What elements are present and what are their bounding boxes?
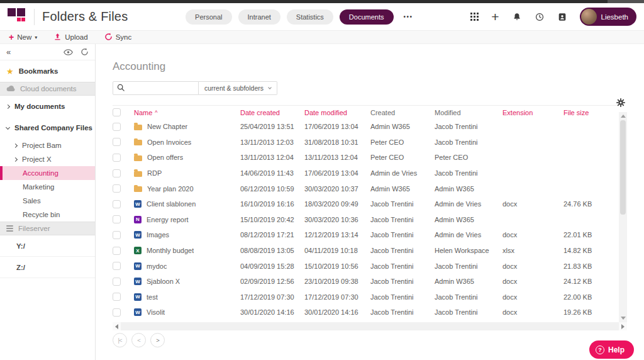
sync-button[interactable]: Sync (104, 33, 132, 42)
cell-file-size: 21.83 KB (564, 262, 619, 270)
table-row[interactable]: Year plan 202006/12/2019 10:5930/03/2020… (113, 181, 619, 196)
upload-button[interactable]: Upload (53, 33, 87, 42)
search-icon (117, 82, 125, 94)
app-launcher-icon[interactable] (470, 13, 479, 21)
sidebar-item-z[interactable]: Z:/ (0, 257, 95, 278)
cell-date-modified: 30/03/2020 10:36 (304, 216, 370, 223)
cell-modified-by: Admin W365 (435, 216, 502, 223)
table-row[interactable]: mydoc04/09/2019 15:2815/10/2019 10:56Jac… (113, 258, 619, 274)
recent-clock-icon[interactable] (535, 12, 545, 22)
notifications-bell-icon[interactable] (512, 12, 522, 22)
column-header-name[interactable]: Name^ (134, 109, 240, 116)
table-row[interactable]: Open offers13/11/2013 12:0413/11/2013 12… (113, 150, 619, 166)
sidebar-item-my-documents[interactable]: My documents (0, 96, 95, 117)
nav-pill-documents[interactable]: Documents (340, 9, 394, 25)
eye-icon[interactable] (64, 49, 73, 55)
sort-ascending-icon: ^ (155, 110, 157, 116)
table-row[interactable]: Monthly budget08/08/2019 13:0504/11/2019… (113, 243, 619, 259)
column-header-file-size[interactable]: File size (564, 109, 619, 116)
row-checkbox[interactable] (113, 200, 121, 208)
sidebar-item-shared-company-files[interactable]: Shared Company Files (0, 117, 95, 138)
cell-created-by: Jacob Trentini (370, 278, 435, 285)
sidebar-item-marketing[interactable]: Marketing (0, 180, 95, 194)
table-row[interactable]: New Chapter25/04/2019 13:5117/06/2019 13… (113, 119, 619, 135)
sidebar-item-accounting[interactable]: Accounting (0, 166, 95, 180)
column-header-date-modified[interactable]: Date modified (304, 109, 370, 116)
row-checkbox[interactable] (113, 184, 121, 193)
nav-pill-intranet[interactable]: Intranet (238, 9, 280, 25)
row-checkbox[interactable] (113, 278, 121, 286)
header-icons: + Liesbeth (470, 8, 636, 26)
user-name: Liesbeth (601, 13, 628, 21)
vertical-scroll-thumb[interactable] (620, 120, 626, 215)
table-row[interactable]: test17/12/2019 07:3017/12/2019 07:30Jaco… (113, 290, 619, 305)
scroll-down-arrow-icon[interactable] (621, 317, 626, 320)
row-checkbox[interactable] (113, 123, 121, 131)
cell-extension: docx (502, 231, 564, 239)
sidebar-item-bookmarks[interactable]: ★Bookmarks (0, 60, 95, 82)
table-row[interactable]: Open Invoices13/11/2013 12:0331/08/2018 … (113, 135, 619, 150)
sidebar-item-project-bam[interactable]: Project Bam (0, 138, 95, 152)
sidebar-item-project-x[interactable]: Project X (0, 152, 95, 166)
sidebar-item-sales[interactable]: Sales (0, 194, 95, 208)
search-scope-select[interactable]: current & subfolders (199, 81, 277, 95)
column-header-extension[interactable]: Extension (502, 109, 564, 116)
cell-date-created: 02/09/2019 12:56 (240, 278, 304, 285)
horizontal-scrollbar[interactable] (113, 322, 627, 330)
cell-modified-by: Admin de Vries (435, 231, 502, 239)
table-row[interactable]: Client slablonen16/10/2019 16:1618/03/20… (113, 196, 619, 212)
pagination-next-page-button[interactable]: > (150, 333, 165, 347)
nav-pill-personal[interactable]: Personal (186, 9, 231, 25)
column-settings-gear-icon[interactable] (616, 98, 625, 110)
sidebar-item-cloud-documents[interactable]: Cloud documents (0, 82, 95, 96)
column-header-date-created[interactable]: Date created (240, 109, 304, 116)
table-row[interactable]: Visolit30/01/2020 14:1630/01/2020 14:16J… (113, 305, 619, 320)
table-row[interactable]: Images08/12/2019 17:2112/12/2019 13:14Ja… (113, 227, 619, 243)
nav-pills: PersonalIntranetStatisticsDocuments ••• (186, 9, 413, 25)
scroll-up-arrow-icon[interactable] (621, 115, 626, 118)
scroll-left-arrow-icon[interactable] (113, 322, 121, 330)
table-row[interactable]: Energy report15/10/2019 20:4230/03/2020 … (113, 212, 619, 228)
search-input[interactable] (128, 84, 191, 92)
row-checkbox-cell (113, 215, 134, 223)
sidebar-utility-bar: « (0, 44, 95, 60)
collapse-sidebar-icon[interactable]: « (6, 47, 11, 57)
select-all-checkbox[interactable] (113, 108, 121, 116)
sidebar-item-y[interactable]: Y:/ (0, 235, 95, 257)
file-name-cell: Open offers (134, 154, 240, 161)
contacts-icon[interactable] (557, 12, 567, 22)
file-name-cell: Client slablonen (134, 200, 240, 208)
onenote-file-icon (134, 216, 142, 223)
row-checkbox[interactable] (113, 262, 121, 270)
row-checkbox[interactable] (113, 138, 121, 146)
row-checkbox[interactable] (113, 154, 121, 162)
scroll-right-arrow-icon[interactable] (619, 322, 627, 330)
row-checkbox[interactable] (113, 308, 121, 317)
more-menu-button[interactable]: ••• (404, 13, 413, 20)
row-checkbox[interactable] (113, 293, 121, 301)
table-row[interactable]: Sjabloon X02/09/2019 12:5623/10/2019 09:… (113, 274, 619, 290)
pagination-previous-page-button[interactable]: < (131, 333, 146, 347)
sidebar-item-recycle-bin[interactable]: Recycle bin (0, 208, 95, 222)
cell-date-created: 08/12/2019 17:21 (240, 231, 304, 239)
table-row[interactable]: RDP14/06/2019 11:4317/06/2019 13:04Admin… (113, 166, 619, 181)
pagination-first-page-button[interactable]: |< (113, 333, 127, 347)
file-name-cell: Images (134, 231, 240, 239)
new-button[interactable]: + New ▾ (9, 33, 37, 41)
sidebar-item-fileserver[interactable]: Fileserver (0, 222, 95, 235)
vertical-scrollbar[interactable] (619, 112, 627, 322)
nav-pill-statistics[interactable]: Statistics (287, 9, 333, 25)
app-logo-icon[interactable] (8, 8, 26, 26)
row-checkbox[interactable] (113, 169, 121, 177)
row-checkbox[interactable] (113, 247, 121, 255)
column-header-label: Created (370, 109, 395, 116)
refresh-icon[interactable] (80, 48, 89, 56)
row-checkbox[interactable] (113, 215, 121, 223)
help-button[interactable]: ? Help (589, 340, 634, 359)
row-checkbox[interactable] (113, 231, 121, 239)
column-header-created[interactable]: Created (370, 109, 435, 116)
add-icon[interactable]: + (491, 12, 499, 22)
user-menu[interactable]: Liesbeth (580, 8, 636, 26)
horizontal-scroll-track[interactable] (121, 322, 619, 330)
column-header-modified[interactable]: Modified (435, 109, 502, 116)
